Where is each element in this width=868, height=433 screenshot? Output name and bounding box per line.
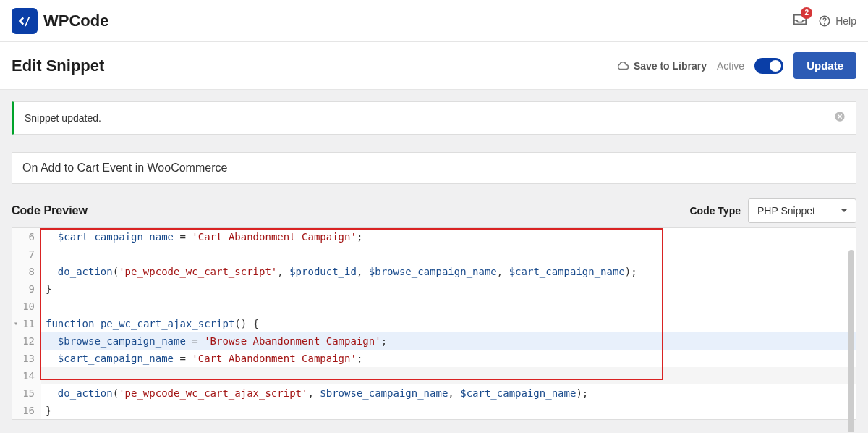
brand-name: WPCode [43, 12, 109, 30]
close-circle-icon [834, 111, 846, 122]
brand-logo-mark [12, 8, 38, 34]
content-area: Snippet updated. Code Preview Code Type … [0, 90, 868, 432]
code-meta-row: Code Preview Code Type PHP Snippet [12, 198, 856, 223]
code-line[interactable]: 15 do_action('pe_wpcode_wc_cart_ajax_scr… [12, 384, 856, 402]
brand-logo[interactable]: WPCode [12, 8, 109, 34]
top-bar: WPCode 2 Help [0, 0, 868, 42]
line-number: 9 [12, 280, 41, 298]
page-header: Edit Snippet Save to Library Active Upda… [0, 42, 868, 90]
code-preview-label: Code Preview [12, 204, 88, 217]
code-content[interactable]: } [41, 402, 856, 419]
code-content[interactable]: do_action('pe_wpcode_wc_cart_script', $p… [41, 263, 856, 280]
alert-message: Snippet updated. [25, 112, 101, 124]
code-line[interactable]: 6 $cart_campaign_name = 'Cart Abandonmen… [12, 228, 856, 245]
code-content[interactable] [41, 367, 856, 384]
line-number: 10 [12, 298, 41, 315]
cloud-icon [616, 59, 629, 72]
fold-marker-icon[interactable]: ▾ [14, 315, 18, 332]
line-number: 13 [12, 350, 41, 367]
active-status-label: Active [717, 60, 744, 72]
code-line[interactable]: 7 [12, 245, 856, 263]
help-circle-icon [818, 14, 831, 28]
page-title: Edit Snippet [12, 56, 104, 75]
code-editor[interactable]: 6 $cart_campaign_name = 'Cart Abandonmen… [12, 227, 856, 420]
code-type-group: Code Type PHP Snippet [689, 198, 856, 223]
help-label: Help [835, 15, 856, 27]
active-toggle[interactable] [754, 58, 783, 74]
notification-count-badge: 2 [801, 7, 812, 19]
code-line[interactable]: 16} [12, 402, 856, 419]
code-content[interactable]: $browse_campaign_name = 'Browse Abandonm… [41, 332, 856, 350]
line-number: 16 [12, 402, 41, 419]
svg-point-1 [825, 23, 825, 24]
code-content[interactable]: do_action('pe_wpcode_wc_cart_ajax_script… [41, 384, 856, 402]
code-line[interactable]: 14 [12, 367, 856, 384]
code-slash-icon [17, 13, 33, 29]
code-line[interactable]: 13 $cart_campaign_name = 'Cart Abandonme… [12, 350, 856, 367]
code-content[interactable]: $cart_campaign_name = 'Cart Abandonment … [41, 350, 856, 367]
top-bar-right: 2 Help [792, 12, 856, 30]
code-line[interactable]: 8 do_action('pe_wpcode_wc_cart_script', … [12, 263, 856, 280]
code-content[interactable]: $cart_campaign_name = 'Cart Abandonment … [41, 228, 856, 245]
alert-close-button[interactable] [834, 111, 846, 125]
editor-scrollbar[interactable] [848, 250, 854, 432]
notifications-button[interactable]: 2 [792, 12, 808, 30]
line-number: 11▾ [12, 315, 41, 332]
code-type-select[interactable]: PHP Snippet [748, 198, 856, 223]
success-alert: Snippet updated. [12, 101, 856, 135]
line-number: 6 [12, 228, 41, 245]
code-content[interactable] [41, 245, 856, 263]
update-button[interactable]: Update [793, 52, 856, 79]
header-actions: Save to Library Active Update [616, 52, 856, 79]
code-content[interactable]: } [41, 280, 856, 298]
save-to-library-label: Save to Library [634, 60, 707, 72]
code-line[interactable]: 9} [12, 280, 856, 298]
line-number: 7 [12, 245, 41, 263]
code-line[interactable]: 10 [12, 298, 856, 315]
code-content[interactable]: function pe_wc_cart_ajax_script() { [41, 315, 856, 332]
line-number: 12 [12, 332, 41, 350]
snippet-title-input[interactable] [12, 152, 856, 184]
save-to-library-button[interactable]: Save to Library [616, 59, 707, 72]
line-number: 14 [12, 367, 41, 384]
code-content[interactable] [41, 298, 856, 315]
help-link[interactable]: Help [818, 14, 856, 28]
line-number: 15 [12, 384, 41, 402]
code-line[interactable]: 12 $browse_campaign_name = 'Browse Aband… [12, 332, 856, 350]
line-number: 8 [12, 263, 41, 280]
code-type-label: Code Type [689, 205, 741, 216]
code-line[interactable]: 11▾function pe_wc_cart_ajax_script() { [12, 315, 856, 332]
